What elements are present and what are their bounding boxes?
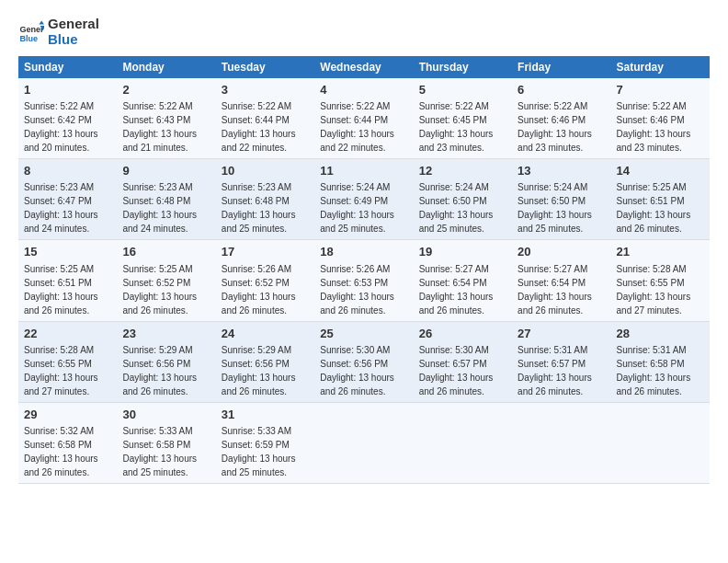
day-header-tuesday: Tuesday (216, 56, 314, 78)
calendar-cell: 27Sunrise: 5:31 AMSunset: 6:57 PMDayligh… (512, 321, 610, 402)
week-row-4: 22Sunrise: 5:28 AMSunset: 6:55 PMDayligh… (18, 321, 710, 402)
header-row-days: SundayMondayTuesdayWednesdayThursdayFrid… (18, 56, 710, 78)
day-number: 28 (617, 326, 704, 342)
day-number: 23 (122, 326, 210, 342)
calendar-cell: 11Sunrise: 5:24 AMSunset: 6:49 PMDayligh… (314, 159, 413, 240)
cell-info: Sunrise: 5:26 AMSunset: 6:52 PMDaylight:… (222, 264, 296, 316)
calendar-cell: 20Sunrise: 5:27 AMSunset: 6:54 PMDayligh… (512, 240, 610, 321)
calendar-cell: 28Sunrise: 5:31 AMSunset: 6:58 PMDayligh… (611, 321, 710, 402)
calendar-cell: 26Sunrise: 5:30 AMSunset: 6:57 PMDayligh… (414, 321, 512, 402)
week-row-1: 1Sunrise: 5:22 AMSunset: 6:42 PMDaylight… (18, 78, 710, 159)
day-number: 21 (617, 244, 704, 260)
day-number: 17 (222, 244, 309, 260)
cell-info: Sunrise: 5:23 AMSunset: 6:48 PMDaylight:… (122, 182, 197, 234)
day-number: 18 (320, 244, 407, 260)
cell-info: Sunrise: 5:33 AMSunset: 6:59 PMDaylight:… (222, 426, 296, 477)
day-number: 10 (222, 163, 309, 179)
calendar-cell: 19Sunrise: 5:27 AMSunset: 6:54 PMDayligh… (414, 240, 512, 321)
logo-icon: General Blue (18, 19, 44, 45)
calendar-cell: 30Sunrise: 5:33 AMSunset: 6:58 PMDayligh… (117, 402, 215, 483)
calendar-cell: 1Sunrise: 5:22 AMSunset: 6:42 PMDaylight… (18, 78, 117, 159)
day-number: 31 (222, 407, 309, 423)
cell-info: Sunrise: 5:22 AMSunset: 6:42 PMDaylight:… (24, 101, 98, 153)
calendar-cell: 9Sunrise: 5:23 AMSunset: 6:48 PMDaylight… (117, 159, 215, 240)
calendar-cell: 24Sunrise: 5:29 AMSunset: 6:56 PMDayligh… (216, 321, 314, 402)
day-number: 22 (24, 326, 111, 342)
cell-info: Sunrise: 5:25 AMSunset: 6:52 PMDaylight:… (122, 264, 197, 316)
calendar-cell: 6Sunrise: 5:22 AMSunset: 6:46 PMDaylight… (512, 78, 610, 159)
day-number: 16 (122, 244, 210, 260)
cell-info: Sunrise: 5:31 AMSunset: 6:58 PMDaylight:… (617, 345, 691, 396)
day-number: 19 (419, 244, 506, 260)
cell-info: Sunrise: 5:24 AMSunset: 6:49 PMDaylight:… (320, 182, 394, 234)
week-row-3: 15Sunrise: 5:25 AMSunset: 6:51 PMDayligh… (18, 240, 710, 321)
cell-info: Sunrise: 5:29 AMSunset: 6:56 PMDaylight:… (222, 345, 296, 396)
day-number: 12 (419, 163, 506, 179)
calendar-cell: 2Sunrise: 5:22 AMSunset: 6:43 PMDaylight… (117, 78, 215, 159)
day-header-wednesday: Wednesday (314, 56, 413, 78)
cell-info: Sunrise: 5:29 AMSunset: 6:56 PMDaylight:… (122, 345, 197, 396)
day-number: 3 (222, 82, 309, 98)
cell-info: Sunrise: 5:22 AMSunset: 6:45 PMDaylight:… (419, 101, 494, 153)
cell-info: Sunrise: 5:30 AMSunset: 6:56 PMDaylight:… (320, 345, 394, 396)
calendar-cell: 10Sunrise: 5:23 AMSunset: 6:48 PMDayligh… (216, 159, 314, 240)
cell-info: Sunrise: 5:28 AMSunset: 6:55 PMDaylight:… (617, 264, 691, 316)
calendar-cell: 14Sunrise: 5:25 AMSunset: 6:51 PMDayligh… (611, 159, 710, 240)
week-row-2: 8Sunrise: 5:23 AMSunset: 6:47 PMDaylight… (18, 159, 710, 240)
cell-info: Sunrise: 5:27 AMSunset: 6:54 PMDaylight:… (419, 264, 494, 316)
day-number: 24 (222, 326, 309, 342)
header-row: General Blue General Blue (18, 17, 710, 47)
day-number: 30 (122, 407, 210, 423)
calendar-cell (611, 402, 710, 483)
day-number: 7 (617, 82, 704, 98)
day-number: 8 (24, 163, 111, 179)
svg-marker-2 (39, 20, 44, 24)
cell-info: Sunrise: 5:23 AMSunset: 6:48 PMDaylight:… (222, 182, 296, 234)
calendar-cell (512, 402, 610, 483)
calendar-cell: 31Sunrise: 5:33 AMSunset: 6:59 PMDayligh… (216, 402, 314, 483)
calendar-cell: 22Sunrise: 5:28 AMSunset: 6:55 PMDayligh… (18, 321, 117, 402)
calendar-cell: 8Sunrise: 5:23 AMSunset: 6:47 PMDaylight… (18, 159, 117, 240)
day-number: 20 (518, 244, 605, 260)
day-number: 2 (122, 82, 210, 98)
calendar-table: SundayMondayTuesdayWednesdayThursdayFrid… (18, 56, 710, 484)
cell-info: Sunrise: 5:22 AMSunset: 6:46 PMDaylight:… (617, 101, 691, 153)
calendar-cell: 12Sunrise: 5:24 AMSunset: 6:50 PMDayligh… (414, 159, 512, 240)
cell-info: Sunrise: 5:27 AMSunset: 6:54 PMDaylight:… (518, 264, 592, 316)
logo: General Blue General Blue (18, 17, 99, 47)
day-number: 5 (419, 82, 506, 98)
calendar-cell: 16Sunrise: 5:25 AMSunset: 6:52 PMDayligh… (117, 240, 215, 321)
calendar-cell: 7Sunrise: 5:22 AMSunset: 6:46 PMDaylight… (611, 78, 710, 159)
calendar-cell: 3Sunrise: 5:22 AMSunset: 6:44 PMDaylight… (216, 78, 314, 159)
day-number: 26 (419, 326, 506, 342)
day-number: 29 (24, 407, 111, 423)
day-number: 4 (320, 82, 407, 98)
day-number: 13 (518, 163, 605, 179)
calendar-cell: 23Sunrise: 5:29 AMSunset: 6:56 PMDayligh… (117, 321, 215, 402)
day-number: 27 (518, 326, 605, 342)
calendar-cell: 25Sunrise: 5:30 AMSunset: 6:56 PMDayligh… (314, 321, 413, 402)
svg-text:General: General (19, 25, 44, 34)
svg-text:Blue: Blue (19, 33, 38, 42)
cell-info: Sunrise: 5:24 AMSunset: 6:50 PMDaylight:… (419, 182, 494, 234)
cell-info: Sunrise: 5:26 AMSunset: 6:53 PMDaylight:… (320, 264, 394, 316)
day-number: 14 (617, 163, 704, 179)
day-number: 25 (320, 326, 407, 342)
cell-info: Sunrise: 5:22 AMSunset: 6:43 PMDaylight:… (122, 101, 197, 153)
day-number: 11 (320, 163, 407, 179)
cell-info: Sunrise: 5:23 AMSunset: 6:47 PMDaylight:… (24, 182, 98, 234)
calendar-cell (414, 402, 512, 483)
cell-info: Sunrise: 5:33 AMSunset: 6:58 PMDaylight:… (122, 426, 197, 477)
day-number: 1 (24, 82, 111, 98)
cell-info: Sunrise: 5:31 AMSunset: 6:57 PMDaylight:… (518, 345, 592, 396)
calendar-cell: 13Sunrise: 5:24 AMSunset: 6:50 PMDayligh… (512, 159, 610, 240)
day-number: 15 (24, 244, 111, 260)
day-header-monday: Monday (117, 56, 215, 78)
calendar-cell: 29Sunrise: 5:32 AMSunset: 6:58 PMDayligh… (18, 402, 117, 483)
cell-info: Sunrise: 5:25 AMSunset: 6:51 PMDaylight:… (24, 264, 98, 316)
cell-info: Sunrise: 5:30 AMSunset: 6:57 PMDaylight:… (419, 345, 494, 396)
calendar-cell: 18Sunrise: 5:26 AMSunset: 6:53 PMDayligh… (314, 240, 413, 321)
cell-info: Sunrise: 5:22 AMSunset: 6:44 PMDaylight:… (222, 101, 296, 153)
week-row-5: 29Sunrise: 5:32 AMSunset: 6:58 PMDayligh… (18, 402, 710, 483)
cell-info: Sunrise: 5:28 AMSunset: 6:55 PMDaylight:… (24, 345, 98, 396)
